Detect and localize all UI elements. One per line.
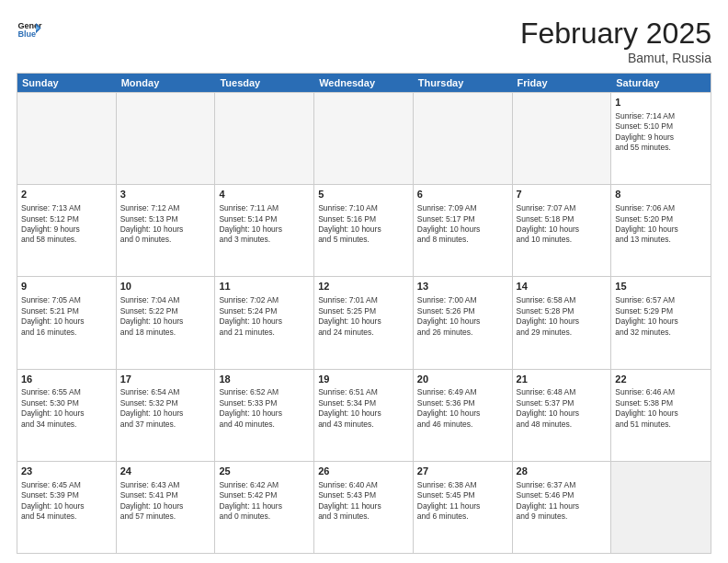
day-info-line: and 10 minutes. bbox=[517, 235, 608, 245]
day-info-line: Sunrise: 7:13 AM bbox=[21, 203, 112, 213]
cal-cell-2-6: 15Sunrise: 6:57 AMSunset: 5:29 PMDayligh… bbox=[611, 277, 711, 368]
day-number: 20 bbox=[417, 373, 508, 386]
cal-cell-3-1: 17Sunrise: 6:54 AMSunset: 5:32 PMDayligh… bbox=[117, 370, 216, 461]
day-info-line: Daylight: 10 hours bbox=[318, 408, 409, 419]
header: General Blue February 2025 Bamut, Russia bbox=[17, 17, 711, 65]
day-info-line: Daylight: 10 hours bbox=[615, 408, 707, 419]
day-info-line: and 3 minutes. bbox=[219, 235, 310, 245]
day-info-line: Sunset: 5:13 PM bbox=[120, 214, 211, 224]
day-number: 3 bbox=[120, 188, 211, 201]
day-number: 10 bbox=[120, 280, 211, 293]
day-number: 19 bbox=[318, 373, 409, 386]
day-info-line: Daylight: 11 hours bbox=[517, 501, 608, 511]
cal-cell-4-3: 26Sunrise: 6:40 AMSunset: 5:43 PMDayligh… bbox=[314, 462, 414, 553]
day-info-line: Daylight: 10 hours bbox=[219, 224, 310, 235]
day-info-line: Sunset: 5:46 PM bbox=[517, 490, 608, 500]
day-info-line: Sunset: 5:20 PM bbox=[615, 214, 707, 224]
header-day-monday: Monday bbox=[117, 74, 216, 92]
cal-cell-4-4: 27Sunrise: 6:38 AMSunset: 5:45 PMDayligh… bbox=[414, 462, 513, 553]
cal-cell-1-0: 2Sunrise: 7:13 AMSunset: 5:12 PMDaylight… bbox=[17, 185, 117, 276]
day-info-line: Sunset: 5:33 PM bbox=[219, 398, 310, 408]
day-info-line: Sunrise: 6:46 AM bbox=[615, 387, 707, 397]
day-info-line: Daylight: 10 hours bbox=[318, 224, 409, 235]
day-number: 21 bbox=[517, 373, 608, 386]
day-info-line: Sunrise: 6:54 AM bbox=[120, 387, 211, 397]
day-info-line: Sunrise: 6:40 AM bbox=[318, 480, 409, 490]
day-info-line: Daylight: 11 hours bbox=[318, 501, 409, 511]
cal-cell-2-0: 9Sunrise: 7:05 AMSunset: 5:21 PMDaylight… bbox=[17, 277, 117, 368]
day-info-line: Sunset: 5:34 PM bbox=[318, 398, 409, 408]
day-info-line: Daylight: 10 hours bbox=[219, 316, 310, 327]
day-info-line: Sunrise: 6:43 AM bbox=[120, 480, 211, 490]
day-number: 8 bbox=[615, 188, 707, 201]
day-info-line: Sunrise: 7:09 AM bbox=[417, 203, 508, 213]
day-info-line: Daylight: 9 hours bbox=[21, 224, 112, 235]
day-info-line: Sunrise: 6:38 AM bbox=[417, 480, 508, 490]
day-info-line: Sunset: 5:14 PM bbox=[219, 214, 310, 224]
day-info-line: Sunrise: 7:01 AM bbox=[318, 295, 409, 305]
day-info-line: Sunset: 5:36 PM bbox=[417, 398, 508, 408]
calendar: SundayMondayTuesdayWednesdayThursdayFrid… bbox=[17, 73, 711, 554]
day-number: 12 bbox=[318, 280, 409, 293]
day-info-line: Sunset: 5:41 PM bbox=[120, 490, 211, 500]
cal-cell-3-6: 22Sunrise: 6:46 AMSunset: 5:38 PMDayligh… bbox=[611, 370, 711, 461]
day-info-line: Daylight: 10 hours bbox=[517, 408, 608, 419]
cal-cell-1-3: 5Sunrise: 7:10 AMSunset: 5:16 PMDaylight… bbox=[314, 185, 414, 276]
header-day-saturday: Saturday bbox=[611, 74, 711, 92]
day-info-line: Daylight: 10 hours bbox=[21, 408, 112, 419]
day-info-line: Sunset: 5:39 PM bbox=[21, 490, 112, 500]
calendar-row-1: 2Sunrise: 7:13 AMSunset: 5:12 PMDaylight… bbox=[17, 184, 711, 276]
day-info-line: Sunrise: 7:00 AM bbox=[417, 295, 508, 305]
day-info-line: Daylight: 10 hours bbox=[120, 408, 211, 419]
day-number: 9 bbox=[21, 280, 112, 293]
header-day-thursday: Thursday bbox=[414, 74, 513, 92]
day-info-line: Daylight: 10 hours bbox=[21, 316, 112, 327]
day-info-line: Sunset: 5:30 PM bbox=[21, 398, 112, 408]
day-info-line: and 51 minutes. bbox=[615, 419, 707, 430]
day-info-line: Sunset: 5:38 PM bbox=[615, 398, 707, 408]
day-info-line: Daylight: 10 hours bbox=[615, 224, 707, 235]
location: Bamut, Russia bbox=[520, 51, 711, 65]
day-info-line: Sunrise: 6:42 AM bbox=[219, 480, 310, 490]
logo: General Blue bbox=[17, 17, 42, 42]
day-info-line: and 29 minutes. bbox=[517, 327, 608, 338]
day-number: 27 bbox=[417, 465, 508, 478]
day-info-line: Sunset: 5:42 PM bbox=[219, 490, 310, 500]
cal-cell-1-6: 8Sunrise: 7:06 AMSunset: 5:20 PMDaylight… bbox=[611, 185, 711, 276]
day-info-line: Daylight: 11 hours bbox=[417, 501, 508, 511]
day-info-line: Sunset: 5:37 PM bbox=[517, 398, 608, 408]
day-info-line: and 54 minutes. bbox=[21, 511, 112, 522]
day-number: 7 bbox=[517, 188, 608, 201]
cal-cell-0-0 bbox=[17, 93, 117, 184]
day-info-line: Sunrise: 7:06 AM bbox=[615, 203, 707, 213]
day-info-line: Daylight: 11 hours bbox=[219, 501, 310, 511]
day-info-line: Daylight: 10 hours bbox=[318, 316, 409, 327]
day-info-line: Sunset: 5:18 PM bbox=[517, 214, 608, 224]
day-info-line: Sunrise: 6:48 AM bbox=[517, 387, 608, 397]
day-info-line: Sunrise: 7:05 AM bbox=[21, 295, 112, 305]
day-info-line: and 55 minutes. bbox=[615, 143, 707, 153]
cal-cell-4-2: 25Sunrise: 6:42 AMSunset: 5:42 PMDayligh… bbox=[215, 462, 314, 553]
day-number: 6 bbox=[417, 188, 508, 201]
day-info-line: Sunset: 5:21 PM bbox=[21, 306, 112, 316]
day-info-line: and 21 minutes. bbox=[219, 327, 310, 338]
day-info-line: Sunset: 5:29 PM bbox=[615, 306, 707, 316]
cal-cell-3-4: 20Sunrise: 6:49 AMSunset: 5:36 PMDayligh… bbox=[414, 370, 513, 461]
day-info-line: and 5 minutes. bbox=[318, 235, 409, 245]
day-number: 14 bbox=[517, 280, 608, 293]
calendar-body: 1Sunrise: 7:14 AMSunset: 5:10 PMDaylight… bbox=[17, 92, 711, 553]
day-info-line: Sunset: 5:17 PM bbox=[417, 214, 508, 224]
day-info-line: Daylight: 10 hours bbox=[517, 316, 608, 327]
cal-cell-3-0: 16Sunrise: 6:55 AMSunset: 5:30 PMDayligh… bbox=[17, 370, 117, 461]
day-info-line: Sunset: 5:28 PM bbox=[517, 306, 608, 316]
day-info-line: Sunset: 5:32 PM bbox=[120, 398, 211, 408]
day-number: 17 bbox=[120, 373, 211, 386]
day-info-line: Sunrise: 6:49 AM bbox=[417, 387, 508, 397]
cal-cell-1-5: 7Sunrise: 7:07 AMSunset: 5:18 PMDaylight… bbox=[513, 185, 612, 276]
day-number: 28 bbox=[517, 465, 608, 478]
cal-cell-1-2: 4Sunrise: 7:11 AMSunset: 5:14 PMDaylight… bbox=[215, 185, 314, 276]
day-info-line: Sunrise: 6:58 AM bbox=[517, 295, 608, 305]
day-info-line: and 16 minutes. bbox=[21, 327, 112, 338]
page: General Blue February 2025 Bamut, Russia… bbox=[0, 0, 728, 563]
day-info-line: Sunset: 5:25 PM bbox=[318, 306, 409, 316]
